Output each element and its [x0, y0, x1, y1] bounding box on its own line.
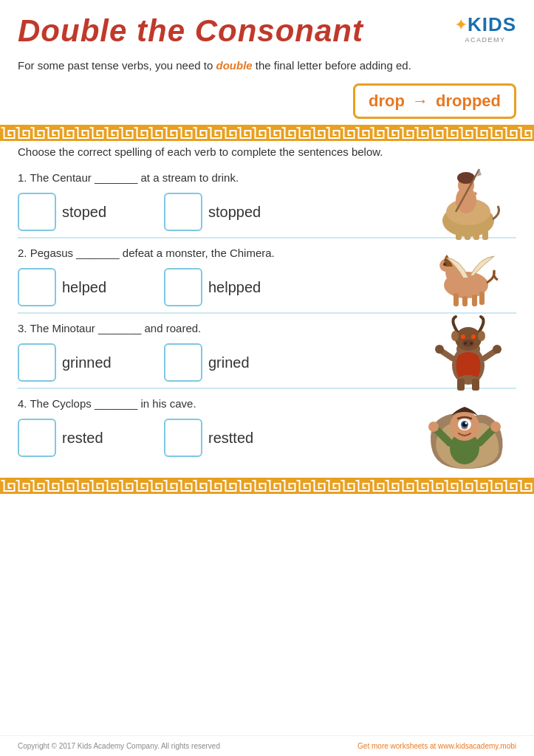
question-1-content: The Centaur _______ at a stream to drink… [30, 171, 239, 184]
top-border [0, 125, 534, 141]
svg-rect-16 [472, 295, 477, 306]
question-1-choice2-box[interactable] [164, 193, 202, 231]
question-4-choices: rested restted [18, 419, 420, 457]
question-3-choice2-label: grined [208, 354, 290, 371]
question-3: 3. The Minotaur _______ and roared. grin… [18, 320, 516, 382]
svg-point-40 [428, 422, 439, 432]
example-result: dropped [436, 92, 501, 111]
page: Double the Consonant ✦ KIDS ACADEMY For … [0, 0, 534, 756]
question-4-choice2-box[interactable] [164, 419, 202, 457]
example-box: drop → dropped [353, 83, 516, 119]
svg-point-34 [470, 342, 473, 345]
example-wrapper: drop → dropped [0, 80, 534, 125]
instruction-text: For some past tense verbs, you need to d… [0, 55, 534, 80]
footer-website: Get more worksheets at www.kidsacademy.m… [357, 742, 516, 750]
question-1-text: 1. The Centaur _______ at a stream to dr… [18, 169, 420, 187]
svg-point-31 [478, 331, 485, 341]
header: Double the Consonant ✦ KIDS ACADEMY [0, 0, 534, 55]
example-word: drop [369, 92, 405, 111]
svg-point-24 [435, 345, 444, 354]
question-2-choice2-label: helpped [208, 279, 290, 296]
question-2-choice1-label: helped [62, 279, 143, 296]
instruction-before: For some past tense verbs, you need to [18, 59, 216, 72]
logo: ✦ KIDS ACADEMY [454, 13, 516, 44]
question-3-choice1-label: grinned [62, 354, 143, 371]
example-arrow: → [412, 92, 428, 111]
cyclops-image [420, 388, 509, 469]
logo-kids-text: KIDS [468, 13, 516, 36]
question-2-choice1-box[interactable] [18, 268, 56, 306]
question-1-choice1-box[interactable] [18, 193, 56, 231]
question-3-choice1-box[interactable] [18, 343, 56, 382]
question-1-choice1-label: stoped [62, 204, 143, 221]
svg-rect-17 [479, 292, 485, 305]
logo-academy-text: ACADEMY [465, 36, 505, 44]
svg-point-35 [461, 334, 465, 339]
question-2-content: Pegasus _______ defeat a monster, the Ch… [30, 247, 275, 259]
footer: Copyright © 2017 Kids Academy Company. A… [0, 735, 534, 756]
svg-point-30 [451, 331, 459, 341]
question-4-content: The Cyclops _______ in his cave. [30, 397, 196, 410]
question-2-choice2-box[interactable] [164, 268, 202, 306]
question-4-number: 4. [18, 397, 27, 410]
page-title: Double the Consonant [18, 13, 363, 49]
question-3-content: The Minotaur _______ and roared. [30, 322, 201, 334]
svg-rect-15 [462, 296, 468, 306]
svg-rect-14 [453, 293, 459, 306]
question-2-text: 2. Pegasus _______ defeat a monster, the… [18, 244, 420, 262]
svg-point-46 [465, 422, 468, 425]
question-3-text: 3. The Minotaur _______ and roared. [18, 320, 420, 337]
question-4-choice2-label: restted [208, 430, 290, 447]
question-2-number: 2. [18, 247, 27, 259]
question-3-choice2-box[interactable] [164, 343, 202, 382]
choose-instruction: Choose the correct spelling of each verb… [18, 144, 516, 161]
bottom-border [0, 478, 534, 494]
question-4-choice1-label: rested [62, 430, 143, 447]
instruction-bold: double [216, 59, 252, 72]
question-4-choice1-box[interactable] [18, 419, 56, 457]
instruction-after: the final letter before adding ed. [253, 59, 411, 72]
minotaur-image [428, 312, 509, 386]
svg-point-25 [493, 345, 502, 354]
main-content: Choose the correct spelling of each verb… [0, 141, 534, 467]
question-2: 2. Pegasus _______ defeat a monster, the… [18, 244, 516, 306]
question-4-text: 4. The Cyclops _______ in his cave. [18, 395, 420, 413]
svg-point-33 [464, 342, 467, 345]
footer-copyright: Copyright © 2017 Kids Academy Company. A… [18, 742, 220, 750]
logo-star-icon: ✦ [454, 16, 468, 35]
svg-point-36 [471, 334, 476, 339]
svg-point-41 [490, 422, 501, 432]
question-1-number: 1. [18, 171, 27, 184]
svg-point-29 [455, 327, 482, 351]
question-1-choices: stoped stopped [18, 193, 420, 231]
question-3-choices: grinned grined [18, 343, 420, 382]
question-4: 4. The Cyclops _______ in his cave. rest… [18, 395, 516, 457]
question-3-number: 3. [18, 322, 27, 334]
pegasus-image [428, 237, 509, 303]
question-1: 1. The Centaur _______ at a stream to dr… [18, 169, 516, 231]
centaur-image [428, 162, 509, 236]
question-2-choices: helped helpped [18, 268, 420, 306]
svg-point-20 [443, 263, 446, 266]
question-1-choice2-label: stopped [208, 204, 290, 221]
